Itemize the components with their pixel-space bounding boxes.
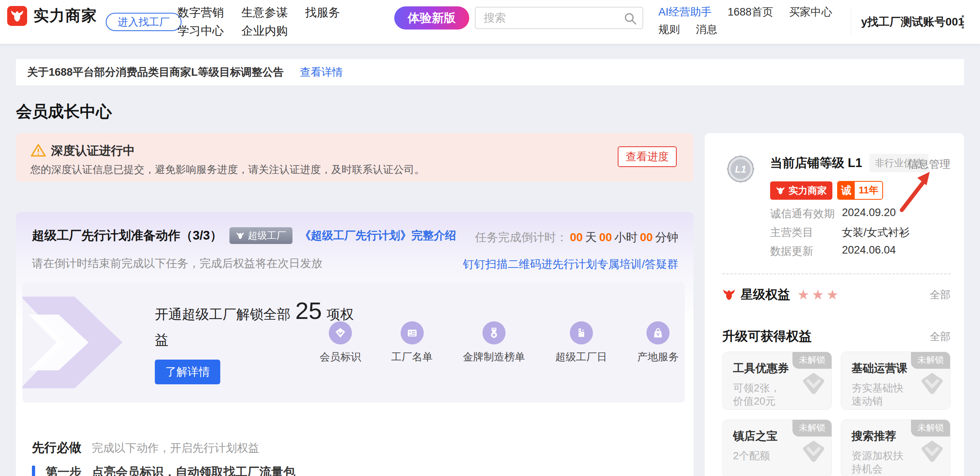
info-row-updated: 数据更新 2024.06.04 xyxy=(770,244,910,258)
try-new-version-button[interactable]: 体验新版 xyxy=(394,6,469,30)
perk-list: 会员标识 工厂名单 金牌制造榜单 xyxy=(320,321,679,364)
star-benefits-row: 星级权益 ★★★ 全部 xyxy=(722,286,950,303)
top-header: 实力商家 进入找工厂 数字营销 生意参谋 找服务 学习中心 企业内购 体验新版 … xyxy=(0,0,980,44)
perk-gold-medal[interactable]: 金牌制造榜单 xyxy=(463,321,525,364)
perk-member-badge[interactable]: 会员标识 xyxy=(320,321,361,364)
brand-logo[interactable]: 实力商家 xyxy=(7,6,97,26)
brand-name: 实力商家 xyxy=(34,6,97,26)
upgrade-all-link[interactable]: 全部 xyxy=(930,330,950,344)
locked-ribbon: 未解锁 xyxy=(792,352,832,369)
mustdo-header: 先行必做 完成以下动作，开启先行计划权益 xyxy=(32,439,259,456)
benefit-card-grid: 工具优惠券 可领2张，价值20元 未解锁 基础运营课 夯实基础快速动销 未解锁 … xyxy=(722,352,950,476)
plan-intro-link[interactable]: 《超级工厂先行计划》完整介绍 xyxy=(300,228,456,243)
locked-gem-icon xyxy=(801,371,826,397)
mustdo-desc: 完成以下动作，开启先行计划权益 xyxy=(92,441,259,456)
learn-more-button[interactable]: 了解详情 xyxy=(155,360,220,384)
star-rating: ★★★ xyxy=(797,287,841,303)
link-ai-assistant[interactable]: AI经营助手 xyxy=(658,5,712,19)
perk-origin-service[interactable]: 产地服务 xyxy=(637,321,679,364)
member-badge-icon xyxy=(329,321,352,344)
star-all-link[interactable]: 全部 xyxy=(930,288,950,302)
link-rules[interactable]: 规则 xyxy=(658,22,680,37)
countdown-days: 00 xyxy=(567,231,585,244)
link-buyer-center[interactable]: 买家中心 xyxy=(789,5,832,19)
integrity-icon: 诚 xyxy=(838,182,855,199)
gold-medal-icon xyxy=(482,321,506,344)
step-text: 点亮会员标识，自动领取找工厂流量包 xyxy=(92,464,295,476)
step-label: 第一步 xyxy=(45,464,81,476)
nav-learning-center[interactable]: 学习中心 xyxy=(178,23,224,39)
countdown-days-unit: 天 xyxy=(585,231,597,244)
header-divider xyxy=(851,9,851,34)
benefit-card-treasure[interactable]: 镇店之宝 2个配额 未解锁 xyxy=(722,419,832,476)
nav-business-advisor[interactable]: 生意参谋 xyxy=(241,5,288,21)
task-countdown: 任务完成倒计时：00天00小时00分钟 xyxy=(475,230,678,246)
step-marker xyxy=(32,466,35,476)
alert-title: 深度认证进行中 xyxy=(51,143,135,159)
quick-links-row2: 规则 消息 xyxy=(658,22,717,37)
announcement-detail-link[interactable]: 查看详情 xyxy=(300,65,343,79)
locked-gem-icon xyxy=(801,439,826,465)
dashed-divider xyxy=(722,273,950,274)
account-name[interactable]: y找工厂测试账号001 xyxy=(861,0,964,44)
alert-body: 您的深度认证信息已提交，避免影响服务进度，请关注认证进度，及时联系认证公司。 xyxy=(30,163,425,177)
countdown-hours: 00 xyxy=(597,231,614,244)
countdown-minutes-unit: 分钟 xyxy=(655,231,678,244)
page-title: 会员成长中心 xyxy=(16,100,112,122)
enter-factory-button[interactable]: 进入找工厂 xyxy=(106,13,182,31)
bull-icon-red xyxy=(722,288,736,301)
origin-service-icon xyxy=(646,321,670,344)
locked-ribbon: 未解锁 xyxy=(911,352,950,369)
nav-digital-marketing[interactable]: 数字营销 xyxy=(178,5,224,21)
benefit-card-search[interactable]: 搜索推荐 资源加权扶持机会 未解锁 xyxy=(841,419,950,476)
bull-logo-icon xyxy=(7,6,27,26)
kebab-menu-icon[interactable] xyxy=(960,14,966,30)
upgrade-benefits-title: 升级可获得权益 xyxy=(722,328,812,345)
factory-day-icon xyxy=(570,321,593,344)
step-one-row: 第一步 点亮会员标识，自动领取找工厂流量包 xyxy=(32,464,295,476)
perk-factory-day[interactable]: 超级工厂日 xyxy=(555,321,607,364)
warning-icon xyxy=(30,143,46,160)
level-medal-icon: L1 xyxy=(722,151,759,187)
dingtalk-group-link[interactable]: 钉钉扫描二维码进先行计划专属培训/答疑群 xyxy=(463,257,678,272)
super-factory-plan-card: 超级工厂先行计划准备动作（3/3） 超级工厂 《超级工厂先行计划》完整介绍 任务… xyxy=(16,212,694,476)
perk-factory-list[interactable]: 工厂名单 xyxy=(391,321,433,364)
link-1688-home[interactable]: 1688首页 xyxy=(728,5,773,19)
super-factory-badge: 超级工厂 xyxy=(229,227,292,244)
svg-text:L1: L1 xyxy=(735,164,746,175)
countdown-minutes: 00 xyxy=(638,231,655,244)
quick-links-row1: AI经营助手 1688首页 买家中心 xyxy=(658,5,832,19)
arrow-decoration xyxy=(22,293,140,392)
nav-find-service[interactable]: 找服务 xyxy=(305,5,340,21)
plan-subtitle: 请在倒计时结束前完成以下任务，完成后权益将在次日发放 xyxy=(32,256,322,271)
unlock-count: 25 xyxy=(290,297,327,324)
plan-title: 超级工厂先行计划准备动作（3/3） xyxy=(32,227,222,244)
link-messages[interactable]: 消息 xyxy=(696,22,717,37)
locked-gem-icon xyxy=(920,371,944,397)
search-box xyxy=(475,7,643,29)
mustdo-title: 先行必做 xyxy=(32,439,81,456)
super-factory-badge-label: 超级工厂 xyxy=(248,229,286,242)
locked-gem-icon xyxy=(920,439,944,465)
search-icon[interactable] xyxy=(623,12,638,28)
search-input[interactable] xyxy=(476,8,642,28)
nav-enterprise-purchase[interactable]: 企业内购 xyxy=(241,23,288,39)
benefit-card-coupon[interactable]: 工具优惠券 可领2张，价值20元 未解锁 xyxy=(722,352,832,410)
locked-ribbon: 未解锁 xyxy=(792,420,832,437)
app-root: 实力商家 进入找工厂 数字营销 生意参谋 找服务 学习中心 企业内购 体验新版 … xyxy=(0,0,980,476)
integrity-years-badge: 诚 11年 xyxy=(837,181,883,200)
certification-alert: 深度认证进行中 您的深度认证信息已提交，避免影响服务进度，请关注认证进度，及时联… xyxy=(16,133,694,182)
plan-header: 超级工厂先行计划准备动作（3/3） 超级工厂 《超级工厂先行计划》完整介绍 xyxy=(32,227,456,244)
announcement-text: 关于1688平台部分消费品类目商家L等级目标调整公告 xyxy=(27,65,284,79)
power-merchant-badge: 实力商家 xyxy=(770,181,832,200)
unlock-prefix: 开通超级工厂解锁全部 xyxy=(155,307,290,322)
main-nav-row2: 学习中心 企业内购 xyxy=(178,23,288,39)
main-nav-row1: 数字营销 生意参谋 找服务 xyxy=(178,5,340,21)
store-info-rows: 诚信通有效期 2024.09.20 主营类目 女装/女式衬衫 数据更新 2024… xyxy=(770,207,910,263)
store-badges: 实力商家 诚 11年 xyxy=(770,181,883,200)
benefit-card-course[interactable]: 基础运营课 夯实基础快速动销 未解锁 xyxy=(841,352,950,410)
view-progress-button[interactable]: 查看进度 xyxy=(618,146,677,167)
store-level-title: 当前店铺等级 L1 xyxy=(770,155,862,171)
announcement-bar: 关于1688平台部分消费品类目商家L等级目标调整公告 查看详情 xyxy=(16,59,964,85)
locked-ribbon: 未解锁 xyxy=(911,420,950,437)
